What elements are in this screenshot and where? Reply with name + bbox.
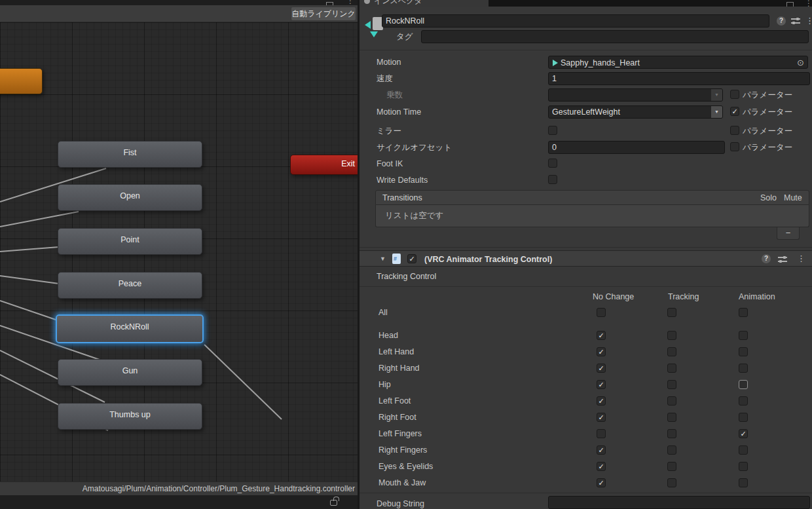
context-menu-icon[interactable]: ⋮ <box>805 16 812 25</box>
tracking-checkbox[interactable]: ✓ <box>597 364 606 373</box>
tracking-checkbox[interactable] <box>667 429 676 438</box>
state-icon-arrow-left <box>365 21 371 29</box>
debug-string-field[interactable] <box>548 496 810 509</box>
tracking-checkbox[interactable]: ✓ <box>597 331 606 340</box>
controller-path-breadcrumb[interactable]: Amatousagi/Plum/Animation/Controller/Plu… <box>0 481 358 495</box>
foot-ik-checkbox[interactable] <box>548 159 557 168</box>
tracking-checkbox[interactable]: ✓ <box>597 478 606 487</box>
help-icon[interactable]: ? <box>762 254 771 263</box>
tracking-checkbox[interactable] <box>739 347 748 356</box>
tracking-checkbox[interactable] <box>667 478 676 487</box>
speed-label: 速度 <box>377 73 393 84</box>
tab-dot-icon <box>364 0 370 4</box>
tracking-checkbox[interactable] <box>667 364 676 373</box>
window-maximize-icon[interactable] <box>786 2 794 7</box>
tag-field[interactable] <box>421 30 809 43</box>
cycle-offset-field[interactable] <box>548 141 725 154</box>
state-node-label: Peace <box>119 279 141 288</box>
state-node-label: RockNRoll <box>110 322 149 331</box>
tracking-checkbox[interactable] <box>597 308 606 317</box>
mute-column-label: Mute <box>784 193 802 203</box>
tracking-checkbox[interactable]: ✓ <box>739 429 748 438</box>
tracking-checkbox[interactable]: ✓ <box>597 413 606 422</box>
motion-time-parameter-checkbox[interactable]: ✓ <box>730 107 739 116</box>
tracking-control-section-label: Tracking Control <box>377 271 436 282</box>
motion-label: Motion <box>377 57 401 67</box>
lock-icon[interactable] <box>330 500 337 506</box>
column-header-no-change: No Change <box>593 292 634 302</box>
tracking-checkbox[interactable]: ✓ <box>597 396 606 405</box>
animator-tabbar: ⋮ <box>0 0 358 5</box>
state-node-default[interactable] <box>0 68 43 94</box>
parameter-label: パラメーター <box>743 90 792 100</box>
remove-transition-button[interactable]: − <box>777 227 800 240</box>
inspector-tabbar: インスペクタ ⋮ <box>360 0 812 7</box>
tracking-checkbox[interactable] <box>739 445 748 455</box>
state-node-point[interactable]: Point <box>58 228 202 255</box>
parameter-label: パラメーター <box>743 142 792 153</box>
tracking-checkbox[interactable] <box>667 445 676 455</box>
presets-icon[interactable] <box>778 255 787 263</box>
tracking-checkbox[interactable] <box>667 413 676 422</box>
tracking-checkbox[interactable] <box>667 308 676 317</box>
window-menu-icon[interactable]: ⋮ <box>805 0 812 7</box>
tracking-checkbox[interactable] <box>739 462 748 471</box>
window-menu-icon[interactable]: ⋮ <box>346 0 354 5</box>
foldout-icon[interactable]: ▼ <box>380 255 386 262</box>
state-node-label: Fist <box>123 148 136 157</box>
tracking-checkbox[interactable] <box>739 478 748 487</box>
tracking-checkbox[interactable] <box>739 364 748 373</box>
state-node-rocknroll[interactable]: RockNRoll <box>56 314 204 343</box>
mirror-parameter-checkbox[interactable] <box>730 126 739 135</box>
column-header-animation: Animation <box>739 292 775 302</box>
tracking-checkbox[interactable] <box>667 380 676 389</box>
tracking-control-component-header[interactable]: ▼ # ✓ (VRC Animator Tracking Control) ? … <box>360 250 812 267</box>
tracking-checkbox[interactable] <box>739 331 748 340</box>
state-node-exit[interactable]: Exit <box>290 155 358 175</box>
state-node-label: Exit <box>341 159 355 168</box>
component-enabled-checkbox[interactable]: ✓ <box>407 254 416 263</box>
motion-object-field[interactable]: Sapphy_hands_Heart ⊙ <box>548 56 808 69</box>
mirror-checkbox[interactable] <box>548 126 557 135</box>
tracking-checkbox[interactable] <box>739 308 748 317</box>
motion-time-dropdown[interactable]: GestureLeftWeight ▼ <box>548 105 723 119</box>
tab-inspector[interactable]: インスペクタ <box>360 0 489 7</box>
speed-field[interactable] <box>548 72 810 85</box>
tracking-row-label: Right Hand <box>378 363 420 373</box>
tracking-checkbox[interactable] <box>739 413 748 422</box>
help-icon[interactable]: ? <box>777 16 786 26</box>
state-node-peace[interactable]: Peace <box>58 272 202 299</box>
tracking-checkbox-focused[interactable] <box>739 380 748 389</box>
tracking-checkbox[interactable] <box>667 347 676 356</box>
tracking-checkbox[interactable] <box>739 396 748 405</box>
animator-grid-canvas[interactable]: Fist Open Point Peace RockNRoll Gun Thum… <box>0 22 358 481</box>
tracking-row-label: Right Foot <box>378 412 416 423</box>
state-node-label: Gun <box>122 366 138 375</box>
parameter-label: パラメーター <box>743 107 792 117</box>
state-node-thumbsup[interactable]: Thumbs up <box>58 403 202 430</box>
tracking-checkbox[interactable]: ✓ <box>597 462 606 471</box>
multiplier-parameter-checkbox[interactable] <box>730 90 739 99</box>
tracking-row-label: Hip <box>378 379 391 390</box>
presets-icon[interactable] <box>791 17 800 25</box>
tracking-checkbox[interactable]: ✓ <box>597 347 606 356</box>
tracking-checkbox[interactable] <box>597 429 606 438</box>
cycle-offset-label: サイクルオフセット <box>377 142 452 153</box>
context-menu-icon[interactable]: ⋮ <box>797 254 805 263</box>
tracking-row-label: Eyes & Eyelids <box>378 461 433 472</box>
state-node-label: Point <box>120 235 139 244</box>
object-picker-icon[interactable]: ⊙ <box>797 57 804 69</box>
state-node-open[interactable]: Open <box>58 184 202 211</box>
state-name-field[interactable] <box>382 14 769 28</box>
state-node-fist[interactable]: Fist <box>58 141 202 168</box>
tracking-checkbox[interactable]: ✓ <box>597 445 606 455</box>
inspector-panel: インスペクタ ⋮ ? ⋮ タグ Motion Sapphy_hands_Hear… <box>360 0 812 509</box>
tracking-checkbox[interactable] <box>667 331 676 340</box>
state-node-gun[interactable]: Gun <box>58 359 202 386</box>
cycle-offset-parameter-checkbox[interactable] <box>730 142 739 151</box>
write-defaults-checkbox[interactable] <box>548 175 557 184</box>
auto-live-link-button[interactable]: 自動ライブリンク <box>291 7 356 21</box>
tracking-checkbox[interactable] <box>667 462 676 471</box>
tracking-checkbox[interactable]: ✓ <box>597 380 606 389</box>
tracking-checkbox[interactable] <box>667 396 676 405</box>
